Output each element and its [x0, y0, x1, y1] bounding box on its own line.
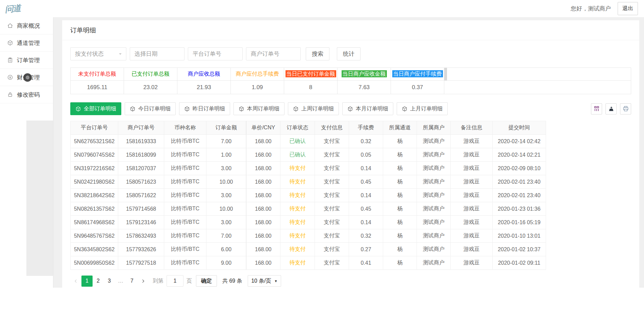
stats-button[interactable]: 统计 [337, 47, 361, 60]
cell: 测试商户 [417, 216, 451, 229]
cell: 游戏豆 [451, 148, 493, 162]
column-header-2: 币种名称 [164, 121, 206, 135]
sidebar-item-password[interactable]: 修改密码 [0, 86, 53, 103]
column-header-4: 单价/CNY [246, 121, 280, 135]
cell: 0.32 [349, 135, 383, 148]
cell: 杨 [383, 256, 417, 270]
cell: 游戏豆 [451, 135, 493, 148]
cell: 168.00 [246, 243, 280, 256]
table-row: 5N96485767S621578632493比特币/BTC7.00168.00… [71, 229, 546, 243]
column-header-5: 订单状态 [280, 121, 315, 135]
tab-label: 上月订单明细 [410, 105, 443, 112]
summary-badge: 当日商户应收金额 [342, 70, 387, 77]
payment-status-select[interactable]: 按支付状态 [70, 47, 126, 60]
cell: 测试商户 [417, 175, 451, 189]
cell: 7.00 [206, 135, 246, 148]
status-badge: 待支付 [290, 246, 306, 252]
caret-down-icon: ▼ [274, 279, 277, 283]
cell: 0.32 [349, 229, 383, 243]
cell: 支付宝 [315, 175, 349, 189]
search-button[interactable]: 搜索 [306, 47, 329, 60]
sidebar-item-overview[interactable]: 商家概况 [0, 17, 53, 34]
status-badge: 已确认 [290, 138, 306, 144]
status-badge: 已确认 [290, 152, 306, 157]
sidebar: 商家概况通道管理订单管理财务管理修改密码 [0, 17, 53, 288]
tab-yesterday[interactable]: 昨日订单明细 [179, 102, 230, 115]
page-size-select[interactable]: 10 条/页▼ [248, 275, 281, 287]
cell-status: 待支付 [280, 189, 315, 202]
cell: 比特币/BTC [164, 256, 206, 270]
cell: 游戏豆 [451, 175, 493, 189]
table-row: 5N08261357S621579714568比特币/BTC10.00168.0… [71, 202, 546, 216]
tab-label: 本月订单明细 [356, 105, 388, 112]
cube-icon [7, 40, 13, 46]
cube-icon [184, 106, 190, 112]
tab-this-month[interactable]: 本月订单明细 [342, 102, 393, 115]
cell: 1.00 [206, 148, 246, 162]
cell: 2020-01-02 10:37 [493, 243, 546, 256]
cell: 0.14 [349, 162, 383, 175]
page-7-button[interactable]: 7 [126, 276, 138, 287]
cell: 0.14 [349, 216, 383, 229]
platform-order-input[interactable] [188, 47, 243, 60]
date-input[interactable] [130, 47, 184, 60]
cell: 5N02421980S62 [71, 175, 118, 189]
cell: 测试商户 [417, 256, 451, 270]
tab-today[interactable]: 今日订单明细 [125, 102, 176, 115]
summary-value-paid-total: 23.02 [124, 81, 177, 94]
cell: 3.00 [206, 162, 246, 175]
page-2-button[interactable]: 2 [93, 276, 104, 287]
tab-label: 今日订单明细 [138, 105, 171, 112]
summary-value-today-paid: 8 [284, 81, 338, 94]
column-header-3: 订单金额 [206, 121, 246, 135]
cell: 游戏豆 [451, 256, 493, 270]
cell: 支付宝 [315, 189, 349, 202]
page-1-button[interactable]: 1 [81, 276, 93, 287]
tab-last-month[interactable]: 上月订单明细 [397, 102, 448, 115]
print-icon [622, 105, 629, 112]
next-page-button[interactable] [138, 276, 149, 287]
cell: 1581618099 [118, 148, 164, 162]
logo[interactable]: 问道 [4, 2, 21, 15]
cell: 测试商户 [417, 135, 451, 148]
prev-page-button[interactable] [70, 276, 81, 287]
tab-last-week[interactable]: 上周订单明细 [288, 102, 339, 115]
sidebar-item-finance[interactable]: 财务管理 [0, 69, 53, 86]
table-row: 5N62765321S621581619333比特币/BTC7.00168.00… [71, 135, 546, 148]
summary-filler [444, 68, 631, 81]
export-button[interactable] [605, 103, 617, 114]
cell: 游戏豆 [451, 162, 493, 175]
cell: 支付宝 [315, 162, 349, 175]
summary-header-today-paid: 当日已支付订单金额 [284, 68, 338, 81]
cell: 3.00 [206, 189, 246, 202]
cell: 10.00 [206, 175, 246, 189]
page-size-value: 10 条/页 [251, 278, 271, 285]
merchant-order-input[interactable] [246, 47, 301, 60]
page-ellipsis: … [115, 278, 126, 284]
cell: 杨 [383, 148, 417, 162]
cell: 比特币/BTC [164, 229, 206, 243]
column-header-1: 商户订单号 [118, 121, 164, 135]
tab-this-week[interactable]: 本周订单明细 [233, 102, 284, 115]
cell: 7.00 [206, 229, 246, 243]
export-icon [608, 105, 615, 112]
home-icon [7, 23, 13, 29]
summary-value-receivable-total: 21.93 [177, 81, 231, 94]
sidebar-item-channel[interactable]: 通道管理 [0, 34, 53, 52]
logout-button[interactable]: 退出 [618, 2, 638, 15]
print-button[interactable] [620, 103, 631, 114]
cell: 比特币/BTC [164, 175, 206, 189]
column-header-7: 手续费 [349, 121, 383, 135]
sidebar-item-orders[interactable]: 订单管理 [0, 52, 53, 69]
summary-value-unpaid-total: 1695.11 [71, 81, 124, 94]
confirm-page-button[interactable]: 确定 [196, 275, 217, 287]
summary-value-fee-total: 1.09 [231, 81, 284, 94]
table-row: 5N86174968S621579123146比特币/BTC3.00168.00… [71, 216, 546, 229]
goto-page-input[interactable] [167, 275, 183, 287]
filter-columns-button[interactable] [591, 103, 602, 114]
page-3-button[interactable]: 3 [104, 276, 115, 287]
tab-all[interactable]: 全部订单明细 [70, 102, 121, 115]
order-icon [7, 57, 13, 63]
cell: 杨 [383, 135, 417, 148]
cell: 2020-02-01 23:40 [493, 175, 546, 189]
